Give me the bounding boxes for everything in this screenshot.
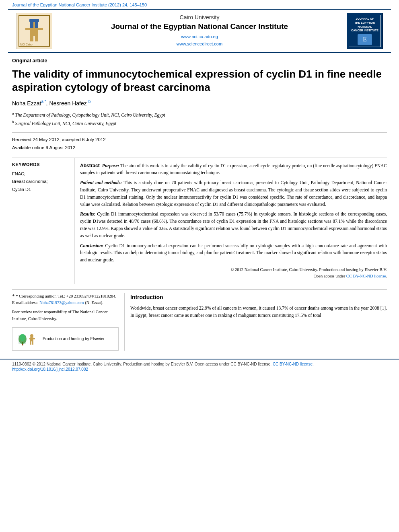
intro-text: Worldwide, breast cancer comprised 22.9%… bbox=[130, 305, 387, 319]
svg-rect-24 bbox=[32, 341, 33, 345]
abstract-column: Abstract Purpose: The aim of this work i… bbox=[74, 158, 387, 284]
svg-rect-21 bbox=[29, 338, 32, 339]
svg-rect-23 bbox=[30, 341, 31, 345]
svg-point-19 bbox=[30, 334, 33, 337]
url1[interactable]: www.nci.cu.adu.eg bbox=[58, 33, 341, 41]
issn-line: 1110-0362 © 2012 National Cancer Institu… bbox=[12, 362, 387, 366]
journal-urls: www.nci.cu.adu.eg www.sciencedirect.com bbox=[58, 33, 341, 47]
svg-rect-8 bbox=[35, 35, 38, 41]
keywords-title: KEYWORDS bbox=[12, 162, 70, 167]
keywords-column: KEYWORDS FNAC; Breast carcinoma; Cyclin … bbox=[12, 158, 74, 284]
affil-sup-b: b bbox=[12, 120, 14, 124]
results-label: Results: bbox=[80, 212, 95, 216]
peer-review: Peer review under responsibility of The … bbox=[12, 309, 119, 322]
cc-link[interactable]: CC BY-NC-ND license bbox=[346, 274, 386, 278]
copyright-text: © 2012 National Cancer Institute, Cairo … bbox=[230, 267, 387, 272]
corr-label: * Corresponding author. bbox=[16, 294, 57, 298]
doi-link[interactable]: http://dx.doi.org/10.1016/j.jnci.2012.07… bbox=[12, 367, 88, 372]
conclusion-label: Conclusion: bbox=[80, 243, 103, 248]
affil-text-a: The Department of Pathology, Cytopatholo… bbox=[15, 112, 165, 117]
doi-line: http://dx.doi.org/10.1016/j.jnci.2012.07… bbox=[12, 367, 387, 372]
content-area: Original article The validity of immunoc… bbox=[0, 53, 399, 355]
right-logo-line2: THE EGYPTIAN NATIONAL bbox=[351, 21, 379, 29]
dates-section: Received 24 May 2012; accepted 6 July 20… bbox=[12, 132, 387, 152]
header-center: Cairo University Journal of the Egyptian… bbox=[52, 14, 347, 47]
corr-mark: * bbox=[12, 293, 15, 299]
affiliation-b: b Surgical Pathology Unit, NCI, Cairo Un… bbox=[12, 119, 387, 127]
open-access-text: Open access under CC BY-NC-ND license. bbox=[313, 274, 387, 278]
elsevier-box: Production and hosting by Elsevier bbox=[12, 327, 119, 351]
available-date: Available online 9 August 2012 bbox=[12, 144, 387, 152]
right-logo-line3: CANCER INSTITUTE bbox=[351, 29, 379, 33]
pm-label: Patient and methods: bbox=[80, 180, 122, 185]
keyword-2: Breast carcinoma; bbox=[12, 178, 70, 186]
right-logo: JOURNAL OF THE EGYPTIAN NATIONAL CANCER … bbox=[347, 13, 383, 49]
abstract-pm-para: Patient and methods: This is a study don… bbox=[80, 179, 387, 208]
introduction-column: Introduction Worldwide, breast cancer co… bbox=[125, 293, 387, 351]
issn-text: 1110-0362 © 2012 National Cancer Institu… bbox=[12, 362, 271, 366]
affil-text-b: Surgical Pathology Unit, NCI, Cairo Univ… bbox=[15, 121, 116, 126]
abstract-conclusion-para: Conclusion: Cyclin D1 immunocytochemical… bbox=[80, 242, 387, 264]
top-reference: Journal of the Egyptian National Cancer … bbox=[0, 0, 399, 9]
article-title: The validity of immunocytochemical expre… bbox=[12, 68, 387, 94]
results-text: Cyclin D1 immunocytochemical expression … bbox=[80, 212, 387, 238]
received-date: Received 24 May 2012; accepted 6 July 20… bbox=[12, 136, 387, 144]
svg-rect-10 bbox=[37, 28, 43, 30]
elsevier-logo-icon bbox=[16, 331, 39, 347]
svg-point-18 bbox=[20, 334, 25, 341]
journal-header: NCI Cairo Cairo University Journal of th… bbox=[8, 9, 391, 53]
abstract-purpose-para: Abstract Purpose: The aim of this work i… bbox=[80, 162, 387, 177]
corr-tel: Tel.: +20 233052404/1221810284. bbox=[58, 294, 116, 298]
affiliation-a: a The Department of Pathology, Cytopatho… bbox=[12, 111, 387, 119]
svg-rect-9 bbox=[25, 28, 31, 30]
email-line: E-mail address: Noha781973@yahoo.com (N.… bbox=[12, 300, 119, 306]
cc-bottom-link[interactable]: CC BY-NC-ND license bbox=[273, 362, 313, 366]
keyword-3: Cyclin D1 bbox=[12, 186, 70, 194]
email-link[interactable]: Noha781973@yahoo.com bbox=[39, 300, 84, 305]
journal-title: Journal of the Egyptian National Cancer … bbox=[58, 22, 341, 31]
affiliations: a The Department of Pathology, Cytopatho… bbox=[12, 111, 387, 128]
email-label: E-mail address: bbox=[12, 300, 39, 305]
bottom-bar: 1110-0362 © 2012 National Cancer Institu… bbox=[0, 359, 399, 374]
author2-sup: b bbox=[88, 99, 91, 104]
left-logo: NCI Cairo bbox=[16, 13, 52, 49]
purpose-label: Purpose: bbox=[102, 163, 119, 168]
purpose-text: The aim of this work is to study the val… bbox=[80, 163, 387, 175]
intro-title: Introduction bbox=[130, 293, 387, 302]
right-logo-line1: JOURNAL OF bbox=[351, 17, 379, 21]
author-separator: , Nesreen Hafez bbox=[46, 100, 87, 107]
university-name: Cairo University bbox=[58, 14, 341, 21]
email-suffix: (N. Ezzat). bbox=[84, 300, 103, 305]
keywords-list: FNAC; Breast carcinoma; Cyclin D1 bbox=[12, 170, 70, 194]
article-type: Original article bbox=[12, 58, 387, 64]
svg-rect-6 bbox=[30, 28, 38, 36]
author1-name: Noha Ezzat bbox=[12, 100, 41, 107]
svg-text:NCI Cairo: NCI Cairo bbox=[20, 43, 33, 46]
author1-sup: a,* bbox=[41, 99, 46, 104]
authors-line: Noha Ezzata,*, Nesreen Hafez b bbox=[12, 99, 387, 107]
abstract-label: Abstract bbox=[80, 163, 100, 168]
url2[interactable]: www.sciencedirect.com bbox=[58, 41, 341, 48]
copyright-line: © 2012 National Cancer Institute, Cairo … bbox=[80, 267, 387, 280]
abstract-section: KEYWORDS FNAC; Breast carcinoma; Cyclin … bbox=[12, 158, 387, 284]
abstract-results-para: Results: Cyclin D1 immunocytochemical ex… bbox=[80, 211, 387, 239]
svg-rect-3 bbox=[29, 19, 39, 22]
bottom-section: * * Corresponding author. Tel.: +20 2330… bbox=[12, 290, 387, 351]
svg-rect-7 bbox=[30, 35, 33, 41]
elsevier-text: Production and hosting by Elsevier bbox=[43, 336, 105, 342]
footnotes-column: * * Corresponding author. Tel.: +20 2330… bbox=[12, 293, 125, 351]
conclusion-text: Cyclin D1 immunocytochemical expression … bbox=[80, 243, 387, 263]
affil-sup-a: a bbox=[12, 111, 14, 115]
pm-text: This is a study done on 70 patients with… bbox=[80, 180, 387, 206]
corr-author: * * Corresponding author. Tel.: +20 2330… bbox=[12, 293, 119, 300]
svg-rect-22 bbox=[33, 338, 35, 339]
svg-text:E: E bbox=[363, 36, 367, 43]
keyword-1: FNAC; bbox=[12, 170, 70, 178]
